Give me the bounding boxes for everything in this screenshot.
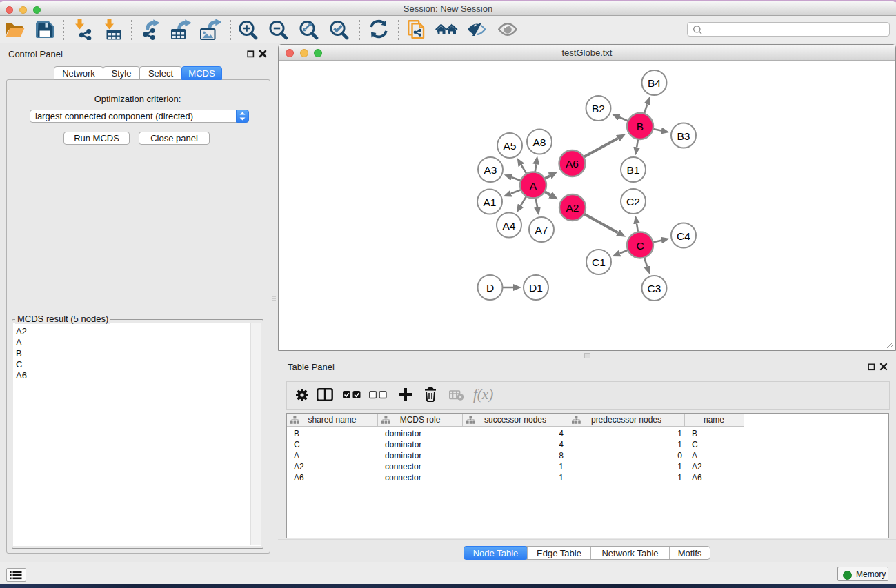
svg-text:C: C (636, 240, 644, 252)
svg-text:B3: B3 (677, 130, 690, 142)
svg-text:A1: A1 (484, 196, 497, 208)
svg-text:B2: B2 (592, 103, 605, 114)
svg-text:D: D (486, 282, 494, 294)
svg-text:A5: A5 (504, 140, 517, 152)
svg-text:B4: B4 (648, 77, 661, 89)
svg-text:D1: D1 (529, 282, 543, 294)
svg-text:A4: A4 (503, 220, 516, 232)
svg-text:A6: A6 (566, 158, 579, 170)
svg-text:C3: C3 (648, 283, 661, 294)
svg-text:B1: B1 (627, 164, 640, 176)
svg-text:C1: C1 (592, 256, 606, 268)
svg-text:C2: C2 (626, 196, 640, 207)
svg-text:A7: A7 (535, 224, 548, 236)
svg-text:A: A (530, 180, 537, 192)
svg-text:A8: A8 (533, 136, 546, 148)
svg-text:A3: A3 (484, 164, 497, 176)
svg-text:B: B (637, 121, 644, 132)
svg-text:C4: C4 (677, 230, 690, 242)
svg-text:A2: A2 (566, 202, 579, 214)
